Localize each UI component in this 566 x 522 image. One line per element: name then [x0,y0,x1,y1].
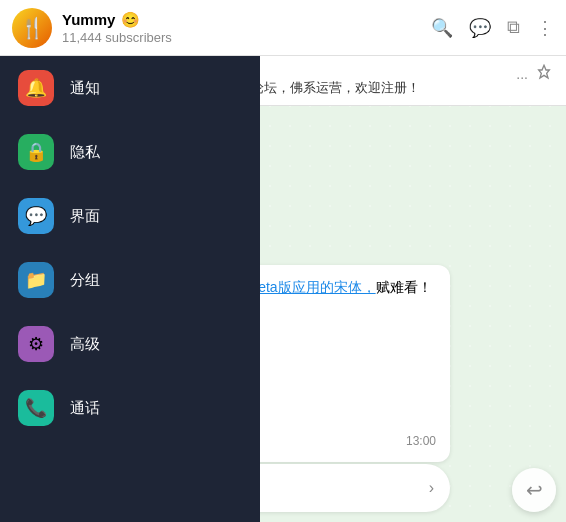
channel-title: Yummy 😊 [62,11,431,29]
notifications-label: 通知 [70,79,100,98]
channel-avatar: 🍴 [12,8,52,48]
pinned-actions: ... [516,64,552,83]
groups-label: 分组 [70,271,100,290]
settings-item-interface[interactable]: 💬 界面 [0,184,260,248]
advanced-icon: ⚙ [18,326,54,362]
privacy-icon: 🔒 [18,134,54,170]
subscriber-count: 11,444 subscribers [62,30,431,45]
calls-label: 通话 [70,399,100,418]
message-time: 13:00 [406,434,436,448]
calls-icon: 📞 [18,390,54,426]
privacy-label: 隐私 [70,143,100,162]
search-icon[interactable]: 🔍 [431,17,453,39]
interface-label: 界面 [70,207,100,226]
settings-panel: 🔔 通知 🔒 隐私 💬 界面 📁 分组 ⚙ 高级 📞 通话 [0,56,260,522]
settings-item-privacy[interactable]: 🔒 隐私 [0,120,260,184]
channel-header: 🍴 Yummy 😊 11,444 subscribers 🔍 💬 ⧉ ⋮ [0,0,566,56]
groups-icon: 📁 [18,262,54,298]
view-icon[interactable]: ⧉ [507,17,520,38]
settings-item-advanced[interactable]: ⚙ 高级 [0,312,260,376]
comments-chevron-icon: › [429,479,434,497]
interface-icon: 💬 [18,198,54,234]
channel-name: Yummy [62,11,115,28]
notifications-icon: 🔔 [18,70,54,106]
forward-icon: ↩ [526,478,543,502]
header-info: Yummy 😊 11,444 subscribers [62,11,431,45]
pinned-more-button[interactable]: ... [516,66,528,82]
pin-icon[interactable] [536,64,552,83]
forward-button[interactable]: ↩ [512,468,556,512]
settings-item-notifications[interactable]: 🔔 通知 [0,56,260,120]
more-icon[interactable]: ⋮ [536,17,554,39]
main-content: 🔔 通知 🔒 隐私 💬 界面 📁 分组 ⚙ 高级 📞 通话 📌 [0,56,566,522]
message-link[interactable]: Beta版应用的宋体， [249,279,376,295]
advanced-label: 高级 [70,335,100,354]
header-actions: 🔍 💬 ⧉ ⋮ [431,17,554,39]
settings-item-calls[interactable]: 📞 通话 [0,376,260,440]
chat-icon[interactable]: 💬 [469,17,491,39]
channel-emoji: 😊 [121,11,140,29]
settings-item-groups[interactable]: 📁 分组 [0,248,260,312]
